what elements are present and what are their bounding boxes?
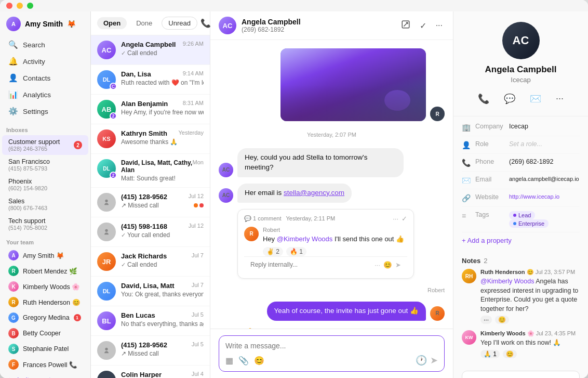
team-member-robert-mendez[interactable]: R Robert Mendez 🌿 <box>2 263 88 279</box>
conv-item-angela-campbell[interactable]: AC Angela Campbell 9:26 AM ✓ Call ended <box>91 35 210 65</box>
inbox-item-sales[interactable]: Sales (800) 676-7463 <box>2 194 88 214</box>
reaction-peace[interactable]: ✌️ 2 <box>263 247 283 256</box>
schedule-send-btn[interactable]: 🕐 <box>416 355 427 366</box>
add-property-btn[interactable]: + Add a property <box>462 232 580 249</box>
reaction-fire[interactable]: 🔥 1 <box>286 247 306 256</box>
msg-timestamp: Yesterday, 2:07 PM <box>219 132 445 138</box>
conv-content: Alan Benjamin 8:31 AM Hey Amy, if you're… <box>121 100 204 116</box>
msg-row-received-1: AC Hey, could you add Stella to tomorrow… <box>219 148 445 177</box>
note-content: Ruth Henderson 😊 Jul 23, 3:57 PM @Kimber… <box>480 269 580 324</box>
user-avatar: A <box>6 17 21 31</box>
attach-btn[interactable]: 📎 <box>238 356 249 366</box>
more-icon-btn[interactable]: ··· <box>434 19 445 32</box>
note-reactions: ··· 😊 <box>480 316 580 324</box>
comment-more-btn[interactable]: ··· <box>393 215 398 223</box>
chat-contact-phone: (269) 682-1892 <box>242 26 394 33</box>
msg-avatar: AC <box>219 163 233 177</box>
user-name: Amy Smith <box>25 20 63 28</box>
phone-icon-btn[interactable]: 📞 <box>201 18 211 28</box>
team-avatar: F <box>8 359 19 370</box>
conv-item-phone-3[interactable]: (415) 128-9562 Jul 5 ↗ Missed call <box>91 336 210 366</box>
reply-send-btn[interactable]: ➤ <box>395 261 401 269</box>
sidebar-item-settings[interactable]: ⚙️ Settings <box>2 103 88 120</box>
team-avatar: R <box>8 266 19 276</box>
sidebar-item-contacts[interactable]: 👤 Contacts <box>2 70 88 86</box>
conv-item-jack-richards[interactable]: JR Jack Richards Jul 7 ✓ Call ended <box>91 247 210 277</box>
note-reaction-smile[interactable]: 😊 <box>495 316 509 324</box>
conv-content: Ben Lucas Jul 5 No that's everything, th… <box>121 311 204 328</box>
role-icon: 👤 <box>462 141 470 149</box>
team-member-frances-powell[interactable]: F Frances Powell 📞 <box>2 357 88 372</box>
inbox-item-san-francisco[interactable]: San Francisco (415) 875-5793 <box>2 155 88 175</box>
reply-more-btn[interactable]: ··· <box>375 261 380 269</box>
title-bar <box>0 0 588 11</box>
sidebar-item-analytics[interactable]: 📊 Analytics <box>2 86 88 103</box>
team-member-amy-smith[interactable]: A Amy Smith 🦊 <box>2 247 88 263</box>
contact-more-btn[interactable]: ··· <box>553 90 567 108</box>
reply-emoji-btn[interactable]: 😊 <box>383 261 392 269</box>
minimize-button[interactable] <box>17 3 23 9</box>
maximize-button[interactable] <box>27 3 33 9</box>
reply-row: ··· 😊 ➤ <box>244 256 407 273</box>
comment-meta: 💬 1 comment Yesterday, 2:11 PM <box>244 215 335 222</box>
sidebar-item-activity[interactable]: 🔔 Activity <box>2 53 88 70</box>
comment-reactions: ✌️ 2 🔥 1 <box>263 247 404 256</box>
conv-avatar: DL 2 <box>97 159 116 178</box>
inbox-item-tech-support[interactable]: Tech support (514) 705-8002 <box>2 214 88 234</box>
format-btn[interactable]: ▦ <box>225 356 233 366</box>
tab-done[interactable]: Done <box>130 17 158 29</box>
emoji-btn[interactable]: 😊 <box>254 356 264 366</box>
phone-value: (269) 682-1892 <box>509 158 580 165</box>
conv-item-ben-lucas[interactable]: BL Ben Lucas Jul 5 No that's everything,… <box>91 306 210 336</box>
close-button[interactable] <box>6 3 12 9</box>
tag-lead[interactable]: Lead <box>509 211 535 219</box>
conv-item-phone-1[interactable]: (415) 128-9562 Jul 12 ↗ Missed call <box>91 188 210 217</box>
conv-item-phone-2[interactable]: (415) 598-1168 Jul 12 ✓ Your call ended <box>91 217 210 247</box>
note-reaction-smile-2[interactable]: 😊 <box>503 350 517 358</box>
conv-item-kathryn-smith[interactable]: KS Kathryn Smith Yesterday Awesome thank… <box>91 124 210 154</box>
comment-check-btn[interactable]: ✓ <box>402 215 407 223</box>
sidebar-item-search[interactable]: 🔍 Search <box>2 36 88 53</box>
team-member-kimberly-woods[interactable]: K Kimberly Woods 🌸 <box>2 279 88 294</box>
contact-call-btn[interactable]: 📞 <box>475 90 492 108</box>
contact-email-btn[interactable]: ✉️ <box>527 90 544 108</box>
inbox-item-phoenix[interactable]: Phoenix (602) 154-9820 <box>2 175 88 194</box>
note-reaction-dots[interactable]: ··· <box>480 316 492 324</box>
send-btn[interactable]: ➤ <box>430 355 438 366</box>
conversation-list: Open Done Unread 📞 💬 AC Angela Campbell … <box>91 0 210 378</box>
detail-row-website: 🔗 Website http://www.icecap.io <box>462 189 580 207</box>
sidebar-item-label: Settings <box>23 108 48 115</box>
conv-avatar <box>97 223 116 241</box>
conv-item-david-group[interactable]: DL 2 David, Lisa, Matt, Cathy, Alan Mon … <box>91 154 210 188</box>
tag-enterprise[interactable]: Enterprise <box>509 219 549 228</box>
inbox-item-customer-support[interactable]: Customer support (628) 246-3765 2 <box>2 135 88 155</box>
team-member-gregory-medina[interactable]: G Gregory Medina 1 <box>2 310 88 325</box>
conv-avatar: DL C <box>97 70 116 89</box>
team-member-stephanie-patel[interactable]: S Stephanie Patel <box>2 341 88 357</box>
tab-open[interactable]: Open <box>97 17 127 29</box>
conv-item-dan-lisa[interactable]: DL C Dan, Lisa 9:14 AM Ruth reacted with… <box>91 65 210 95</box>
msg-bubble-sent: Yeah of course, the invite has just gone… <box>267 302 426 321</box>
conv-item-alan-benjamin[interactable]: AB 2 Alan Benjamin 8:31 AM Hey Amy, if y… <box>91 95 210 124</box>
conv-avatar: CH <box>97 371 116 378</box>
notes-count: 2 <box>484 257 487 265</box>
conv-item-david-lisa-matt[interactable]: DL David, Lisa, Matt Jul 7 You: Ok great… <box>91 277 210 306</box>
message-input[interactable] <box>225 342 438 350</box>
check-icon-btn[interactable]: ✓ <box>418 19 429 33</box>
tab-unread[interactable]: Unread <box>162 17 197 30</box>
svg-point-2 <box>105 348 108 350</box>
note-reaction-pray[interactable]: 🙏 1 <box>480 350 500 358</box>
team-member-ruth-henderson[interactable]: R Ruth Henderson 😊 <box>2 294 88 310</box>
conv-item-colin-harper[interactable]: CH Colin Harper Jul 4 So cool! 😎 I'll le… <box>91 366 210 378</box>
email-link[interactable]: stella@agency.com <box>284 189 344 197</box>
conv-avatar: DL <box>97 282 116 301</box>
contact-message-btn[interactable]: 💬 <box>501 90 518 108</box>
detail-row-tags: ≡ Tags Lead Enterprise <box>462 207 580 232</box>
activity-icon: 🔔 <box>8 57 18 66</box>
share-icon-btn[interactable] <box>399 18 412 33</box>
invite-team-button[interactable]: ＋ Invite your team <box>0 372 90 378</box>
role-value[interactable]: Set a role... <box>509 140 580 148</box>
sidebar-item-label: Analytics <box>23 91 51 99</box>
reply-input[interactable] <box>250 261 371 268</box>
team-member-betty-cooper[interactable]: B Betty Cooper <box>2 325 88 341</box>
